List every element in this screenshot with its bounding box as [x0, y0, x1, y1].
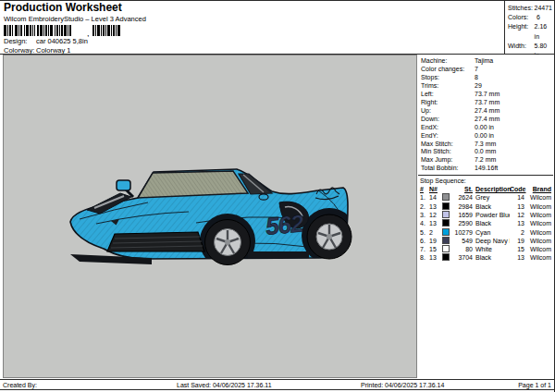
stop-cell-desc: Grey — [473, 193, 510, 202]
thread-color-swatch — [442, 228, 450, 236]
machine-row: Total Bobbin:149.16ft — [421, 165, 551, 173]
machine-row: Stops:8 — [421, 74, 551, 82]
stop-cell-brand: Wilcom — [524, 245, 551, 253]
machine-row: Down:27.4 mm — [421, 116, 551, 124]
stat-row-value: 6 — [536, 13, 540, 22]
stop-cell-st: 2590 — [451, 219, 473, 227]
col-header-st: St. — [451, 185, 473, 193]
stop-cell-swatch — [440, 219, 451, 227]
car-number: 562 — [265, 209, 305, 240]
machine-row-label: Min Stitch: — [421, 148, 475, 156]
stop-cell-desc: Powder Blue — [473, 211, 510, 219]
machine-row: Right:73.7 mm — [421, 99, 551, 107]
machine-row: Machine:Tajima — [421, 57, 551, 66]
stop-cell-swatch — [440, 202, 451, 211]
machine-row-value: 27.4 mm — [475, 116, 500, 124]
stop-cell-swatch — [440, 253, 451, 262]
thread-color-swatch — [442, 193, 450, 201]
printed: Printed: 04/06/2025 17.36.14 — [361, 382, 518, 388]
machine-row: Color changes:7 — [421, 66, 551, 74]
stat-row-label: Height: — [508, 22, 535, 41]
machine-row-value: 0.00 in — [475, 124, 494, 132]
thread-color-swatch — [442, 237, 450, 244]
stop-sequence-section: Stop Sequence: # N# St. Description Code… — [418, 175, 553, 262]
page-title: Production Worksheet — [4, 2, 146, 14]
stat-row: Colors:6 — [508, 13, 552, 22]
stop-row: 4.132590Black13Wilcom — [420, 219, 551, 227]
stat-row: Stitches:24471 — [508, 4, 552, 13]
design-value: car 040625 5,8in — [36, 38, 88, 46]
footer: Created By: Last Saved: 04/06/2025 17.36… — [0, 379, 554, 390]
stop-cell-code: 19 — [510, 237, 524, 245]
stop-cell-code: 13 — [510, 219, 524, 227]
machine-row-label: Stops: — [421, 74, 475, 82]
colorway-row: Colorway: Colorway 1 — [4, 47, 146, 55]
header-left: Production Worksheet Wilcom EmbroiderySt… — [4, 2, 146, 55]
stop-cell-brand: Wilcom — [524, 228, 551, 237]
machine-row-label: Machine: — [421, 57, 475, 66]
design-row: Design: car 040625 5,8in — [4, 38, 146, 46]
col-header-swatch — [440, 185, 451, 193]
machine-row-value: 149.16ft — [475, 165, 498, 173]
stop-cell-code: 13 — [510, 202, 524, 211]
stop-cell-st: 80 — [451, 245, 473, 253]
stop-row: 8.133704Black13Wilcom — [420, 253, 551, 262]
machine-row-label: Total Bobbin: — [421, 165, 475, 173]
stop-cell-brand: Wilcom — [524, 253, 551, 262]
stop-cell-n: 2 — [429, 228, 440, 237]
stat-row-value: 24471 — [535, 4, 552, 13]
stop-cell-desc: Black — [473, 202, 510, 211]
machine-row-label: EndX: — [421, 124, 475, 132]
stop-cell-n: 13 — [429, 219, 440, 227]
machine-row: EndY:0.00 in — [421, 132, 551, 141]
stop-cell-desc: Black — [473, 219, 510, 227]
thread-color-swatch — [442, 211, 450, 218]
stat-row: Height:2.16 in — [508, 22, 552, 41]
machine-row-label: Left: — [421, 91, 475, 99]
stop-cell-st: 10279 — [451, 228, 473, 237]
machine-row: EndX:0.00 in — [421, 124, 551, 132]
stop-cell-st: 2624 — [451, 193, 473, 202]
machine-row: Up:27.4 mm — [421, 107, 551, 116]
machine-row: Max Stitch:7.3 mm — [421, 141, 551, 149]
stop-cell-num: 2. — [420, 202, 429, 211]
stop-row: 5.210279Cyan2Wilcom — [420, 228, 551, 237]
stop-cell-brand: Wilcom — [524, 219, 551, 227]
stop-cell-num: 3. — [420, 211, 429, 219]
stop-cell-code: 13 — [510, 253, 524, 262]
stop-cell-code: 2 — [510, 228, 524, 237]
machine-row-value: 27.4 mm — [475, 107, 500, 116]
stop-row: 6.19549Deep Navy Blue19Wilcom — [420, 237, 551, 245]
stop-cell-num: 1. — [420, 193, 429, 202]
software-subtitle: Wilcom EmbroideryStudio – Level 3 Advanc… — [4, 15, 146, 23]
machine-row: Max Jump:7.2 mm — [421, 156, 551, 165]
col-header-description: Description — [473, 185, 510, 193]
machine-row-value: 73.7 mm — [475, 91, 500, 99]
stop-cell-swatch — [440, 237, 451, 245]
stop-cell-n: 12 — [429, 211, 440, 219]
thread-color-swatch — [442, 245, 450, 252]
embroidery-car-design: 562 — [59, 165, 361, 278]
front-grille — [107, 232, 204, 251]
stop-cell-num: 8. — [420, 253, 429, 262]
header: Production Worksheet Wilcom EmbroiderySt… — [0, 1, 554, 55]
stop-row: 3.121659Powder Blue12Wilcom — [420, 211, 551, 219]
machine-row-value: 73.7 mm — [475, 99, 500, 107]
front-wheel — [205, 220, 251, 265]
machine-row-label: Max Stitch: — [421, 141, 475, 149]
stop-cell-n: 19 — [429, 237, 440, 245]
stop-cell-n: 13 — [429, 202, 440, 211]
machine-row-label: Trims: — [421, 82, 475, 91]
machine-row-label: Up: — [421, 107, 475, 116]
design-label: Design: — [4, 38, 36, 46]
machine-row-label: Right: — [421, 99, 475, 107]
stop-cell-code: 12 — [510, 211, 524, 219]
machine-row-value: 29 — [475, 82, 482, 91]
stop-cell-num: 6. — [420, 237, 429, 245]
colorway-value: Colorway 1 — [36, 47, 71, 55]
stop-cell-st: 2984 — [451, 202, 473, 211]
machine-row-value: Tajima — [475, 57, 493, 66]
design-stats-box: Stitches:24471Colors:6Height:2.16 inWidt… — [504, 1, 554, 54]
thread-color-swatch — [442, 253, 450, 261]
stop-cell-st: 549 — [451, 237, 473, 245]
